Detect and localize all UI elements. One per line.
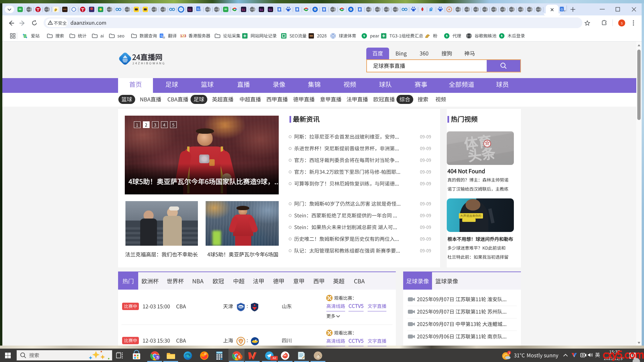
svg-text:3: 3: [184, 34, 186, 38]
svg-text:G: G: [561, 8, 563, 11]
svg-text:NBL: NBL: [238, 306, 244, 308]
svg-text:1: 1: [508, 351, 510, 355]
svg-text:51: 51: [260, 8, 263, 11]
svg-text:51: 51: [188, 8, 192, 11]
svg-text:G: G: [197, 7, 200, 11]
svg-text:51: 51: [269, 8, 272, 11]
svg-text:51: 51: [242, 8, 245, 11]
svg-text:S: S: [238, 355, 240, 359]
svg-text:G: G: [160, 34, 163, 38]
